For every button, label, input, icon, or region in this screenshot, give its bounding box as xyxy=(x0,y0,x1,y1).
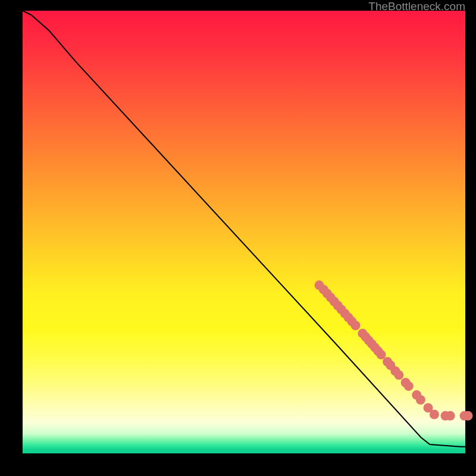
data-marker xyxy=(404,381,414,391)
data-marker xyxy=(446,411,455,421)
data-marker xyxy=(464,411,473,421)
plot-area xyxy=(23,11,465,453)
data-marker xyxy=(394,370,403,380)
bottleneck-curve xyxy=(23,11,465,447)
data-marker xyxy=(416,395,425,405)
chart-svg xyxy=(23,11,465,453)
data-marker xyxy=(351,321,361,330)
chart-frame: TheBottleneck.com xyxy=(0,0,476,476)
markers-group xyxy=(315,280,473,421)
data-marker xyxy=(430,410,439,419)
